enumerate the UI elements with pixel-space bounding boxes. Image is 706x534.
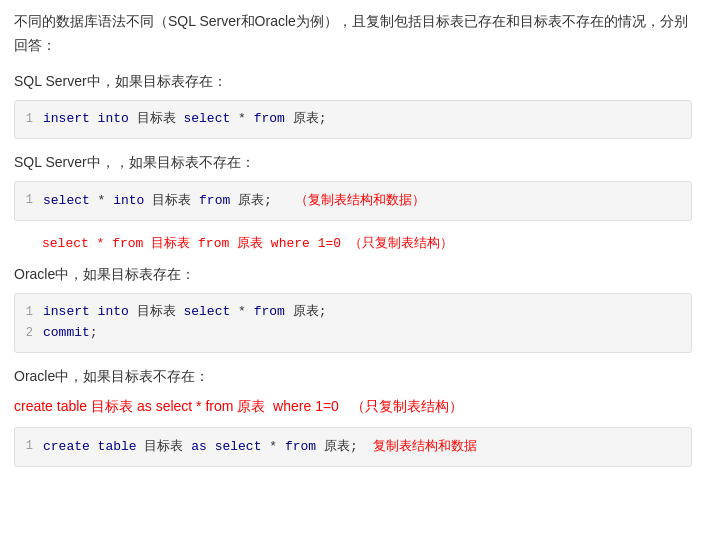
section-4-title: Oracle中，如果目标表不存在：: [14, 365, 692, 387]
code-block-2: 1 select * into 目标表 from 原表; （复制表结构和数据）: [14, 181, 692, 221]
code-content: insert into 目标表 select * from 原表;: [43, 109, 681, 130]
code-line-4-1: 1 create table 目标表 as select * from 原表; …: [15, 436, 681, 458]
code-content: commit;: [43, 323, 681, 344]
code-block-4: 1 create table 目标表 as select * from 原表; …: [14, 427, 692, 467]
code-block-3: 1 insert into 目标表 select * from 原表; 2 co…: [14, 293, 692, 353]
line-num: 1: [15, 190, 43, 210]
code-content: select * into 目标表 from 原表; （复制表结构和数据）: [43, 190, 681, 212]
section-2: SQL Server中，，如果目标表不存在： 1 select * into 目…: [14, 151, 692, 255]
section-4: Oracle中，如果目标表不存在： create table 目标表 as se…: [14, 365, 692, 467]
bottom-note-4: create table 目标表 as select * from 原表 whe…: [14, 395, 692, 419]
section-2-title: SQL Server中，，如果目标表不存在：: [14, 151, 692, 173]
code-line-3-2: 2 commit;: [15, 323, 681, 344]
code-block-1: 1 insert into 目标表 select * from 原表;: [14, 100, 692, 139]
section-3-title: Oracle中，如果目标表存在：: [14, 263, 692, 285]
extra-note-2: select * from 目标表 from 原表 where 1=0 （只复制…: [14, 233, 692, 255]
line-num: 1: [15, 436, 43, 456]
section-3: Oracle中，如果目标表存在： 1 insert into 目标表 selec…: [14, 263, 692, 353]
line-num: 1: [15, 109, 43, 129]
intro-text: 不同的数据库语法不同（SQL Server和Oracle为例），且复制包括目标表…: [14, 10, 692, 58]
code-line-2-1: 1 select * into 目标表 from 原表; （复制表结构和数据）: [15, 190, 681, 212]
line-num: 2: [15, 323, 43, 343]
code-line-3-1: 1 insert into 目标表 select * from 原表;: [15, 302, 681, 323]
section-1: SQL Server中，如果目标表存在： 1 insert into 目标表 s…: [14, 70, 692, 139]
code-line-1-1: 1 insert into 目标表 select * from 原表;: [15, 109, 681, 130]
section-1-title: SQL Server中，如果目标表存在：: [14, 70, 692, 92]
line-num: 1: [15, 302, 43, 322]
code-content: create table 目标表 as select * from 原表; 复制…: [43, 436, 681, 458]
code-content: insert into 目标表 select * from 原表;: [43, 302, 681, 323]
